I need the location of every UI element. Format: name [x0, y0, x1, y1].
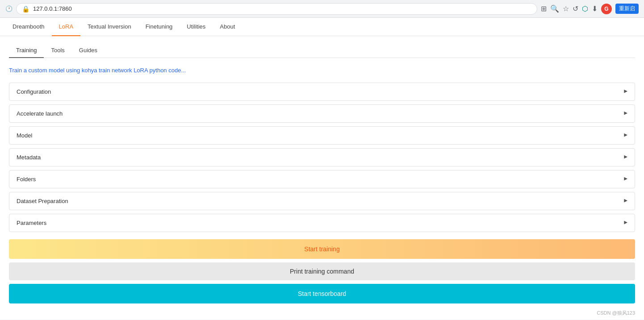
nav-tab-utilities[interactable]: Utilities [180, 18, 213, 36]
refresh-icon[interactable]: ↺ [573, 4, 578, 13]
accordion-container: Configuration ◀ Accelerate launch ◀ Mode… [9, 83, 635, 232]
watermark: CSDN @狼风123 [591, 308, 640, 318]
nav-tab-textual-inversion[interactable]: Textual Inversion [80, 18, 138, 36]
accordion-header-folders[interactable]: Folders ◀ [9, 170, 635, 188]
browser-chrome: 🕐 🔒 127.0.0.1:7860 ⊞ 🔍 ☆ ↺ ⬡ ⬇ G 重新启 [0, 0, 644, 18]
bookmark-star-icon[interactable]: ☆ [563, 4, 569, 13]
start-training-button[interactable]: Start training [9, 239, 635, 259]
accordion-label-metadata: Metadata [17, 154, 41, 161]
description-text: Train a custom model using kohya train n… [9, 65, 635, 75]
sub-tab-tools[interactable]: Tools [44, 43, 71, 58]
accordion-header-dataset-preparation[interactable]: Dataset Preparation ◀ [9, 192, 635, 210]
accordion-header-parameters[interactable]: Parameters ◀ [9, 214, 635, 232]
nav-tab-dreambooth[interactable]: Dreambooth [5, 18, 52, 36]
accordion-arrow-metadata: ◀ [624, 155, 627, 160]
extension-icon-teal[interactable]: ⬡ [582, 4, 588, 13]
main-content: TrainingToolsGuides Train a custom model… [0, 36, 644, 311]
accordion-parameters: Parameters ◀ [9, 214, 635, 232]
accordion-arrow-folders: ◀ [624, 177, 627, 182]
browser-icons: ⊞ 🔍 ☆ ↺ ⬡ ⬇ G 重新启 [541, 4, 639, 14]
sub-tab-guides[interactable]: Guides [72, 43, 105, 58]
accordion-label-accelerate-launch: Accelerate launch [17, 110, 63, 117]
user-avatar[interactable]: G [601, 4, 612, 14]
url-bar[interactable]: 🔒 127.0.0.1:7860 [16, 3, 537, 15]
accordion-label-configuration: Configuration [17, 88, 51, 95]
accordion-arrow-configuration: ◀ [624, 89, 627, 94]
accordion-label-dataset-preparation: Dataset Preparation [17, 198, 68, 204]
accordion-header-model[interactable]: Model ◀ [9, 127, 635, 144]
sub-tab-training[interactable]: Training [9, 43, 44, 58]
nav-tab-lora[interactable]: LoRA [52, 18, 81, 36]
accordion-label-folders: Folders [17, 176, 36, 183]
accordion-arrow-model: ◀ [624, 133, 627, 138]
accordion-header-configuration[interactable]: Configuration ◀ [9, 83, 635, 100]
accordion-metadata: Metadata ◀ [9, 148, 635, 166]
extension-button[interactable]: 重新启 [615, 4, 639, 14]
accordion-label-parameters: Parameters [17, 220, 46, 226]
accordion-label-model: Model [17, 132, 32, 139]
url-text: 127.0.0.1:7860 [33, 5, 72, 12]
translate-icon[interactable]: ⊞ [541, 4, 547, 13]
print-command-button[interactable]: Print training command [9, 262, 635, 280]
main-nav: DreamboothLoRATextual InversionFinetunin… [0, 18, 644, 36]
accordion-arrow-parameters: ◀ [624, 220, 627, 225]
download-icon[interactable]: ⬇ [592, 4, 598, 13]
accordion-configuration: Configuration ◀ [9, 83, 635, 101]
nav-tab-finetuning[interactable]: Finetuning [138, 18, 180, 36]
search-icon[interactable]: 🔍 [550, 4, 559, 13]
lock-icon: 🔒 [22, 5, 29, 12]
accordion-dataset-preparation: Dataset Preparation ◀ [9, 192, 635, 210]
accordion-model: Model ◀ [9, 126, 635, 145]
accordion-folders: Folders ◀ [9, 170, 635, 188]
app-container: DreamboothLoRATextual InversionFinetunin… [0, 18, 644, 320]
accordion-arrow-dataset-preparation: ◀ [624, 199, 627, 204]
clock-icon: 🕐 [5, 5, 13, 12]
nav-tab-about[interactable]: About [213, 18, 242, 36]
sub-tab-bar: TrainingToolsGuides [9, 43, 635, 58]
accordion-header-accelerate-launch[interactable]: Accelerate launch ◀ [9, 105, 635, 122]
accordion-arrow-accelerate-launch: ◀ [624, 111, 627, 116]
accordion-accelerate-launch: Accelerate launch ◀ [9, 104, 635, 123]
accordion-header-metadata[interactable]: Metadata ◀ [9, 149, 635, 166]
start-tensorboard-button[interactable]: Start tensorboard [9, 284, 635, 303]
